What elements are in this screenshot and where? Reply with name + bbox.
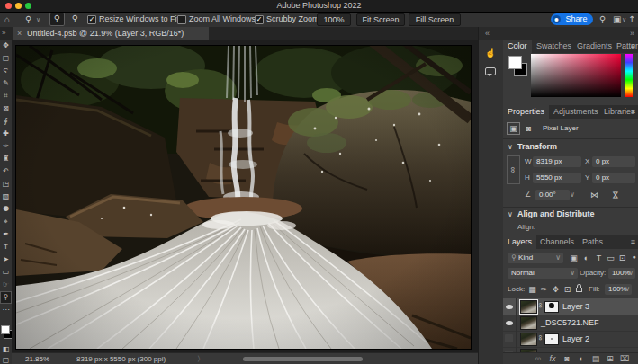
lock-all-icon[interactable] — [573, 283, 585, 294]
width-field[interactable]: 8319 px — [533, 156, 581, 167]
layer-mask-thumbnail[interactable] — [544, 333, 559, 345]
lasso-tool-button[interactable]: Ϛ — [0, 65, 12, 77]
brush-tool-button[interactable]: ✑ — [0, 140, 12, 153]
zoom-in-button[interactable]: ⚲ — [49, 13, 65, 26]
marquee-tool-button[interactable]: ▢ — [0, 52, 12, 65]
export-icon[interactable]: ↥ — [628, 13, 635, 25]
fit-screen-button[interactable]: Fit Screen — [356, 13, 405, 26]
layer-thumbnail[interactable] — [520, 300, 537, 314]
x-field[interactable]: 0 px — [592, 156, 635, 167]
hand-gesture-panel-icon[interactable]: ☝ — [484, 47, 497, 59]
lock-position-icon[interactable]: ✥ — [550, 284, 562, 295]
layer-name[interactable]: Layer 2 — [562, 331, 589, 347]
move-tool-button[interactable]: ✥ — [0, 40, 12, 52]
filter-pixel-layers-icon[interactable]: ▣ — [568, 253, 580, 263]
delete-layer-icon[interactable]: ⌧ — [618, 353, 631, 364]
eraser-tool-button[interactable]: ◳ — [0, 178, 12, 191]
path-selection-tool-button[interactable]: ➤ — [0, 253, 12, 266]
horizontal-scrollbar[interactable] — [243, 357, 363, 361]
link-dimensions-icon[interactable]: ∞ — [508, 156, 519, 183]
layer-thumbnail[interactable] — [520, 316, 537, 330]
share-button[interactable]: ☻ Share — [551, 13, 593, 25]
foreground-color-swatch[interactable] — [1, 325, 10, 334]
healing-brush-tool-button[interactable]: ✚ — [0, 128, 12, 140]
screen-mode-button[interactable]: ▢ — [0, 354, 12, 364]
filter-type-layers-icon[interactable]: T — [593, 253, 605, 263]
eyedropper-tool-button[interactable]: ∮ — [0, 115, 12, 128]
canvas-photo-waterfall[interactable] — [15, 45, 472, 350]
tab-channels[interactable]: Channels — [535, 235, 579, 249]
pixel-layer-mask-icon[interactable]: ◙ — [523, 123, 535, 134]
color-panel-foreground-swatch[interactable] — [508, 56, 522, 69]
layer-filter-kind-dropdown[interactable]: ⚲ Kind ∨ — [508, 253, 563, 263]
new-adjustment-layer-icon[interactable]: ◐ — [575, 353, 588, 364]
tab-layers[interactable]: Layers — [503, 235, 536, 249]
y-field[interactable]: 0 px — [592, 173, 635, 183]
zoom-level[interactable]: 21.85% — [25, 353, 49, 364]
comments-panel-icon[interactable] — [484, 65, 497, 77]
fill-screen-button[interactable]: Fill Screen — [409, 13, 461, 26]
type-tool-button[interactable]: T — [0, 241, 12, 253]
workspace-icon[interactable]: ▣ — [613, 13, 621, 25]
transform-section-title[interactable]: Transform — [517, 142, 557, 151]
blur-tool-button[interactable]: ⚈ — [0, 203, 12, 216]
tab-properties[interactable]: Properties — [503, 105, 549, 119]
new-group-icon[interactable]: ▤ — [589, 353, 602, 364]
lock-transparency-icon[interactable]: ▦ — [526, 284, 538, 295]
add-layer-mask-icon[interactable]: ◙ — [561, 353, 573, 364]
color-panel-menu-icon[interactable]: ≡ — [631, 40, 635, 53]
link-layers-icon[interactable]: ∞ — [532, 353, 544, 364]
properties-panel-menu-icon[interactable]: ≡ — [631, 105, 635, 119]
canvas-area[interactable] — [12, 40, 478, 352]
rotation-field[interactable]: 0.00° — [535, 190, 570, 200]
filter-smart-objects-icon[interactable]: ⊡ — [616, 253, 628, 263]
zoom-out-button[interactable]: ⚲ — [67, 13, 83, 26]
workspace-chevron-icon[interactable]: ∨ — [622, 13, 626, 25]
fill-field[interactable]: 100% ∨ — [605, 284, 632, 295]
hue-slider[interactable] — [625, 54, 633, 97]
flip-vertical-icon[interactable]: ⋈ — [609, 190, 621, 200]
hand-tool-button[interactable]: ☞ — [0, 279, 12, 291]
toolbar-collapse-icon[interactable]: » — [2, 27, 5, 40]
tab-swatches[interactable]: Swatches — [532, 40, 576, 53]
align-section-title[interactable]: Align and Distribute — [517, 209, 595, 218]
zoom-100-button[interactable]: 100% — [317, 13, 351, 26]
dodge-tool-button[interactable]: ⌖ — [0, 216, 12, 228]
tab-color[interactable]: Color — [503, 40, 532, 53]
dock-collapse-right-icon[interactable]: » — [630, 27, 634, 40]
layer-row-dsc5721[interactable]: _DSC5721.NEF — [503, 315, 638, 332]
frame-tool-button[interactable]: ⊠ — [0, 102, 12, 115]
status-chevron-icon[interactable]: 〉 — [197, 353, 204, 364]
scrubby-zoom-checkbox[interactable]: ✓ — [255, 15, 264, 24]
zoom-tool-button[interactable]: ⚲ — [0, 291, 12, 304]
align-collapse-chevron-icon[interactable]: ∨ — [508, 209, 513, 220]
zoom-all-windows-checkbox[interactable] — [177, 15, 186, 24]
transform-collapse-chevron-icon[interactable]: ∨ — [508, 142, 513, 153]
tab-paths[interactable]: Paths — [578, 235, 607, 249]
close-tab-icon[interactable]: × — [17, 27, 22, 40]
layer-row-layer2[interactable]: ∞ Layer 2 — [503, 331, 638, 348]
quick-selection-tool-button[interactable]: ✎ — [0, 77, 12, 90]
visibility-toggle[interactable] — [503, 298, 517, 315]
lock-image-icon[interactable]: ✑ — [538, 284, 550, 295]
layer-effects-icon[interactable]: fx — [546, 353, 559, 364]
height-field[interactable]: 5550 px — [533, 173, 581, 183]
filter-shape-layers-icon[interactable]: ▭ — [605, 253, 616, 263]
pen-tool-button[interactable]: ✒ — [0, 228, 12, 241]
rotation-chevron-icon[interactable]: ∨ — [570, 190, 575, 200]
visibility-toggle[interactable] — [503, 331, 517, 347]
tab-adjustments[interactable]: Adjustments — [549, 105, 603, 119]
layers-panel-menu-icon[interactable]: ≡ — [631, 235, 635, 249]
history-brush-tool-button[interactable]: ↶ — [0, 165, 12, 178]
blend-mode-dropdown[interactable]: Normal ∨ — [508, 268, 578, 279]
filter-adjustment-layers-icon[interactable]: ◐ — [580, 253, 592, 263]
visibility-toggle[interactable] — [503, 315, 517, 331]
crop-tool-button[interactable]: ⌗ — [0, 90, 12, 102]
dock-collapse-left-icon[interactable]: « — [485, 27, 490, 40]
gradient-tool-button[interactable]: ▧ — [0, 191, 12, 203]
layer-mask-thumbnail[interactable] — [544, 301, 559, 313]
saturation-brightness-field[interactable] — [531, 54, 621, 97]
layer-name[interactable]: Layer 3 — [562, 298, 589, 315]
layer-row-layer3[interactable]: ∞ Layer 3 — [503, 298, 638, 315]
zoom-tool-preset-chevron-icon[interactable]: ∨ — [36, 13, 40, 25]
